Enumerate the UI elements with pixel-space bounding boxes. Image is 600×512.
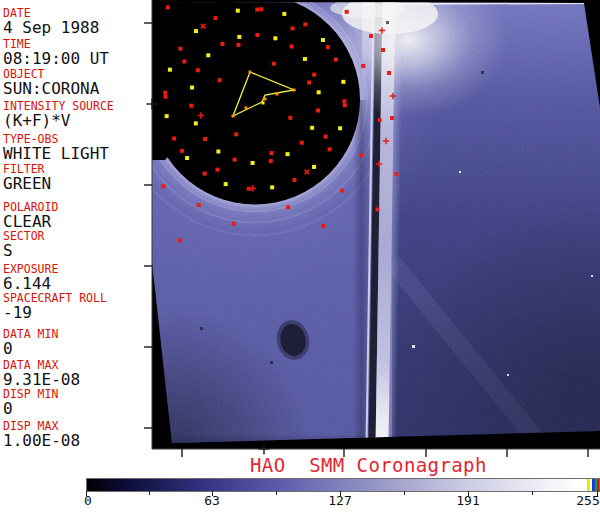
colorbar-tick — [149, 491, 150, 495]
occulting-disk — [150, 0, 360, 205]
page-title: HAO SMM Coronagraph — [250, 454, 487, 476]
meta-entry-type-obs: TYPE-OBSWHITE LIGHT — [3, 133, 109, 161]
meta-value: WHITE LIGHT — [3, 146, 109, 161]
meta-entry-disp-min: DISP MIN0 — [3, 388, 58, 416]
meta-value: 0 — [3, 341, 58, 356]
coronagraph-image — [140, 0, 600, 462]
meta-value: 1.00E-08 — [3, 433, 80, 448]
colorbar-gradient — [86, 478, 600, 492]
meta-entry-data-max: DATA MAX9.31E-08 — [3, 359, 80, 387]
meta-entry-filter: FILTERGREEN — [3, 163, 51, 191]
meta-value: 08:19:00 UT — [3, 51, 109, 66]
meta-value: SUN:CORONA — [3, 81, 99, 96]
colorbar-tick-label: 0 — [84, 493, 92, 508]
meta-entry-disp-max: DISP MAX1.00E-08 — [3, 420, 80, 448]
meta-value: CLEAR — [3, 214, 58, 229]
meta-entry-object: OBJECTSUN:CORONA — [3, 68, 99, 96]
meta-entry-date: DATE4 Sep 1988 — [3, 7, 99, 35]
colorbar-tick — [276, 491, 277, 495]
colorbar-tick-label: 255 — [576, 493, 599, 508]
meta-value: (K+F)*V — [3, 113, 114, 128]
meta-value: GREEN — [3, 176, 51, 191]
meta-entry-sector: SECTORS — [3, 230, 45, 258]
colorbar-flag-stripe-yellow — [587, 479, 590, 491]
metadata-panel: DATE4 Sep 1988 TIME08:19:00 UT OBJECTSUN… — [0, 0, 150, 455]
colorbar-tick — [532, 491, 533, 495]
meta-entry-polaroid: POLAROIDCLEAR — [3, 201, 58, 229]
colorbar-tick-label: 191 — [456, 493, 479, 508]
meta-value: 9.31E-08 — [3, 372, 80, 387]
meta-entry-time: TIME08:19:00 UT — [3, 38, 109, 66]
meta-value: 4 Sep 1988 — [3, 20, 99, 35]
colorbar-flag-stripe-red — [597, 479, 599, 491]
meta-entry-data-min: DATA MIN0 — [3, 328, 58, 356]
meta-entry-exposure: EXPOSURE6.144 — [3, 263, 58, 291]
colorbar-tick-label: 127 — [328, 493, 351, 508]
meta-value: S — [3, 243, 45, 258]
colorbar-tick — [404, 491, 405, 495]
meta-entry-intensity-source: INTENSITY SOURCE(K+F)*V — [3, 100, 114, 128]
colorbar-tick-label: 63 — [204, 493, 220, 508]
meta-value: 0 — [3, 401, 58, 416]
meta-entry-spacecraft-roll: SPACECRAFT ROLL-19 — [3, 292, 107, 320]
meta-value: 6.144 — [3, 276, 58, 291]
meta-value: -19 — [3, 305, 107, 320]
coronagraph-display-window: DATE4 Sep 1988 TIME08:19:00 UT OBJECTSUN… — [0, 0, 600, 512]
